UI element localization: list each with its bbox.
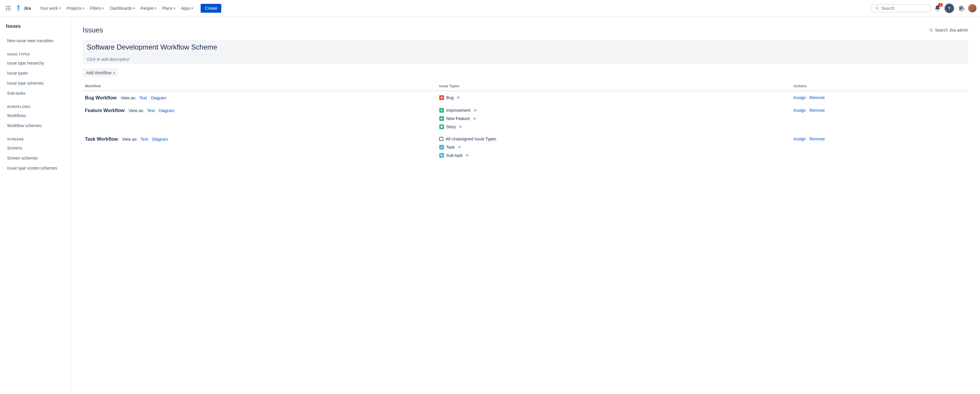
page-layout: Issues New issue view transition ISSUE T… — [0, 16, 980, 394]
remove-issue-type-icon[interactable]: ✕ — [466, 153, 469, 158]
remove-issue-type-icon[interactable]: ✕ — [458, 145, 461, 149]
issue-type-label: Bug — [446, 95, 454, 100]
remove-link[interactable]: Remove — [810, 108, 825, 113]
sidebar-link-workflows[interactable]: Workflows — [5, 111, 66, 120]
chevron-down-icon: ▾ — [191, 6, 193, 10]
nav-item-your-work[interactable]: Your work▾ — [37, 3, 64, 13]
notification-badge: 2 — [938, 3, 943, 7]
nav-item-label: Projects — [67, 6, 82, 11]
remove-link[interactable]: Remove — [810, 137, 825, 141]
sidebar-link-issue-type-hierarchy[interactable]: Issue type hierarchy — [5, 59, 66, 68]
assign-link[interactable]: Assign — [794, 95, 806, 100]
sidebar-heading: SCREENS — [5, 137, 66, 141]
sidebar-link-new-issue-view-transition[interactable]: New issue view transition — [5, 36, 66, 45]
issue-type-item: All Unassigned Issue Types — [439, 137, 789, 141]
view-text-link[interactable]: Text — [139, 95, 147, 100]
top-nav-left: Jira Your work▾Projects▾Filters▾Dashboar… — [3, 3, 221, 13]
svg-point-4 — [8, 8, 8, 8]
scheme-header: Software Development Workflow Scheme — [83, 40, 968, 54]
top-nav: Jira Your work▾Projects▾Filters▾Dashboar… — [0, 0, 980, 16]
svg-point-1 — [8, 6, 8, 7]
sidebar-link-sub-tasks[interactable]: Sub-tasks — [5, 89, 66, 98]
nav-item-label: People — [141, 6, 154, 11]
nav-item-plans[interactable]: Plans▾ — [159, 3, 178, 13]
assign-link[interactable]: Assign — [794, 137, 806, 141]
nav-item-dashboards[interactable]: Dashboards▾ — [107, 3, 138, 13]
col-workflow: Workflow — [83, 82, 437, 91]
remove-issue-type-icon[interactable]: ✕ — [459, 124, 462, 129]
nav-item-projects[interactable]: Projects▾ — [64, 3, 88, 13]
issue-type-label: All Unassigned Issue Types — [446, 137, 496, 141]
search-icon — [929, 28, 933, 32]
remove-issue-type-icon[interactable]: ✕ — [457, 95, 460, 100]
sidebar-link-screen-schemes[interactable]: Screen schemes — [5, 153, 66, 163]
search-jira-admin-label: Search Jira admin — [935, 28, 968, 32]
nav-item-filters[interactable]: Filters▾ — [87, 3, 107, 13]
scheme-title[interactable]: Software Development Workflow Scheme — [87, 43, 964, 51]
subtask-icon — [439, 153, 444, 158]
workflow-name: Bug Workflow — [85, 95, 116, 100]
gear-icon — [958, 5, 965, 12]
jira-logo[interactable]: Jira — [14, 5, 32, 12]
nav-item-label: Apps — [181, 6, 191, 11]
view-as-label: View as: — [121, 95, 136, 100]
unassigned-icon — [439, 137, 443, 141]
svg-point-0 — [6, 6, 7, 7]
remove-link[interactable]: Remove — [810, 95, 825, 100]
workflow-table: Workflow Issue Types Actions Bug Workflo… — [83, 82, 968, 162]
main-content: Issues Search Jira admin Software Develo… — [71, 16, 980, 394]
svg-point-5 — [10, 8, 10, 8]
assign-link[interactable]: Assign — [794, 108, 806, 113]
sidebar-link-issue-type-schemes[interactable]: Issue type schemes — [5, 78, 66, 88]
view-text-link[interactable]: Text — [140, 137, 148, 141]
add-workflow-button[interactable]: Add Workflow ▾ — [83, 69, 118, 77]
sidebar-link-issue-types[interactable]: Issue types — [5, 68, 66, 78]
view-text-link[interactable]: Text — [147, 108, 155, 113]
workflow-name: Feature Workflow — [85, 108, 124, 113]
scheme-description[interactable]: Click to add description — [83, 54, 968, 64]
global-search[interactable] — [872, 4, 931, 13]
nav-item-label: Your work — [40, 6, 58, 11]
chevron-down-icon: ▾ — [154, 6, 156, 10]
improvement-icon — [439, 108, 444, 113]
nav-item-apps[interactable]: Apps▾ — [178, 3, 196, 13]
issue-type-label: Task — [446, 145, 455, 149]
search-icon — [875, 6, 879, 11]
sidebar: Issues New issue view transition ISSUE T… — [0, 16, 71, 394]
issue-type-item: Bug✕ — [439, 95, 789, 100]
user-avatar[interactable] — [968, 4, 977, 13]
svg-rect-14 — [442, 156, 443, 157]
svg-point-11 — [960, 7, 962, 9]
chevron-down-icon: ▾ — [113, 71, 115, 75]
remove-issue-type-icon[interactable]: ✕ — [474, 108, 477, 113]
col-issue-types: Issue Types — [437, 82, 791, 91]
search-jira-admin[interactable]: Search Jira admin — [929, 28, 968, 32]
issue-type-label: Improvement — [446, 108, 471, 113]
chevron-down-icon: ▾ — [102, 6, 104, 10]
workflow-row: Bug WorkflowView as:TextDiagramBug✕Assig… — [83, 91, 968, 105]
view-diagram-link[interactable]: Diagram — [152, 137, 168, 141]
view-diagram-link[interactable]: Diagram — [159, 108, 174, 113]
sidebar-link-workflow-schemes[interactable]: Workflow schemes — [5, 121, 66, 130]
issue-type-label: New Feature — [446, 116, 470, 121]
app-switcher-icon[interactable] — [3, 3, 13, 13]
notifications-button[interactable]: 2 — [933, 3, 942, 13]
settings-button[interactable] — [956, 3, 966, 13]
nav-item-people[interactable]: People▾ — [138, 3, 159, 13]
issue-type-label: Story — [446, 124, 456, 129]
create-button[interactable]: Create — [200, 4, 221, 13]
help-button[interactable]: ? — [945, 3, 954, 13]
sidebar-heading: WORKFLOWS — [5, 105, 66, 108]
issue-type-item: Improvement✕ — [439, 108, 789, 113]
jira-icon — [15, 5, 22, 12]
sidebar-link-screens[interactable]: Screens — [5, 143, 66, 153]
remove-issue-type-icon[interactable]: ✕ — [473, 116, 476, 121]
svg-point-8 — [10, 10, 10, 10]
chevron-down-icon: ▾ — [174, 6, 175, 10]
sidebar-heading: ISSUE TYPES — [5, 52, 66, 56]
nav-item-label: Filters — [90, 6, 101, 11]
global-search-input[interactable] — [881, 6, 927, 11]
workflow-name: Task Workflow — [85, 137, 118, 142]
sidebar-link-issue-type-screen-schemes[interactable]: Issue type screen schemes — [5, 164, 66, 173]
view-diagram-link[interactable]: Diagram — [151, 95, 167, 100]
